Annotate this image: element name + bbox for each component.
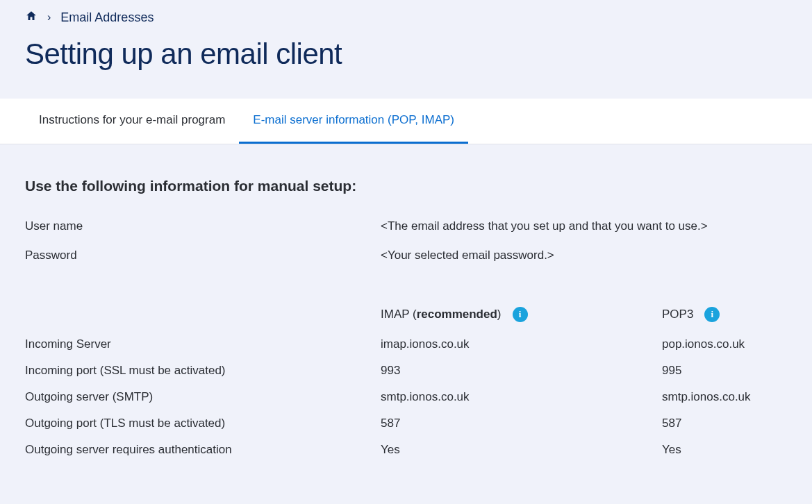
- content: Use the following information for manual…: [0, 144, 812, 497]
- password-label: Password: [25, 249, 381, 262]
- header-section: › Email Addresses Setting up an email cl…: [0, 0, 812, 99]
- row-outgoing-port: Outgoing port (TLS must be activated) 58…: [25, 417, 787, 430]
- info-icon[interactable]: i: [704, 307, 720, 322]
- incoming-port-label: Incoming port (SSL must be activated): [25, 364, 381, 378]
- auth-pop3: Yes: [662, 443, 681, 457]
- pop3-column-header: POP3 i: [662, 307, 720, 322]
- imap-label-suffix: ): [497, 308, 502, 321]
- tabs-container: Instructions for your e-mail program E-m…: [0, 99, 812, 144]
- outgoing-port-imap: 587: [381, 417, 662, 430]
- page-title: Setting up an email client: [25, 37, 787, 71]
- breadcrumb-email-addresses[interactable]: Email Addresses: [60, 10, 154, 25]
- incoming-server-label: Incoming Server: [25, 337, 381, 351]
- tab-instructions[interactable]: Instructions for your e-mail program: [25, 99, 239, 144]
- username-value: <The email address that you set up and t…: [381, 219, 708, 233]
- breadcrumb: › Email Addresses: [25, 10, 787, 25]
- password-value: <Your selected email password.>: [381, 249, 554, 262]
- row-username: User name <The email address that you se…: [25, 219, 787, 233]
- pop3-label: POP3: [662, 308, 693, 321]
- auth-imap: Yes: [381, 443, 662, 457]
- outgoing-server-label: Outgoing server (SMTP): [25, 390, 381, 404]
- username-label: User name: [25, 219, 381, 233]
- incoming-server-imap: imap.ionos.co.uk: [381, 337, 662, 351]
- section-heading: Use the following information for manual…: [25, 178, 787, 194]
- tab-server-info[interactable]: E-mail server information (POP, IMAP): [239, 99, 468, 144]
- server-header-row: IMAP (recommended) i POP3 i: [25, 307, 787, 322]
- outgoing-server-pop3: smtp.ionos.co.uk: [662, 390, 751, 404]
- row-outgoing-server: Outgoing server (SMTP) smtp.ionos.co.uk …: [25, 390, 787, 404]
- outgoing-server-imap: smtp.ionos.co.uk: [381, 390, 662, 404]
- outgoing-port-label: Outgoing port (TLS must be activated): [25, 417, 381, 430]
- incoming-server-pop3: pop.ionos.co.uk: [662, 337, 745, 351]
- imap-recommended: recommended: [417, 308, 497, 321]
- imap-column-header: IMAP (recommended) i: [381, 307, 662, 322]
- imap-label-prefix: IMAP (: [381, 308, 417, 321]
- row-incoming-server: Incoming Server imap.ionos.co.uk pop.ion…: [25, 337, 787, 351]
- home-link[interactable]: [25, 10, 38, 25]
- server-table: IMAP (recommended) i POP3 i Incoming Ser…: [25, 307, 787, 457]
- incoming-port-pop3: 995: [662, 364, 681, 378]
- row-password: Password <Your selected email password.>: [25, 249, 787, 262]
- outgoing-port-pop3: 587: [662, 417, 681, 430]
- row-incoming-port: Incoming port (SSL must be activated) 99…: [25, 364, 787, 378]
- home-icon: [25, 10, 38, 22]
- auth-label: Outgoing server requires authentication: [25, 443, 381, 457]
- info-icon[interactable]: i: [513, 307, 528, 322]
- chevron-right-icon: ›: [47, 11, 51, 24]
- incoming-port-imap: 993: [381, 364, 662, 378]
- row-auth: Outgoing server requires authentication …: [25, 443, 787, 457]
- tabs: Instructions for your e-mail program E-m…: [0, 99, 812, 144]
